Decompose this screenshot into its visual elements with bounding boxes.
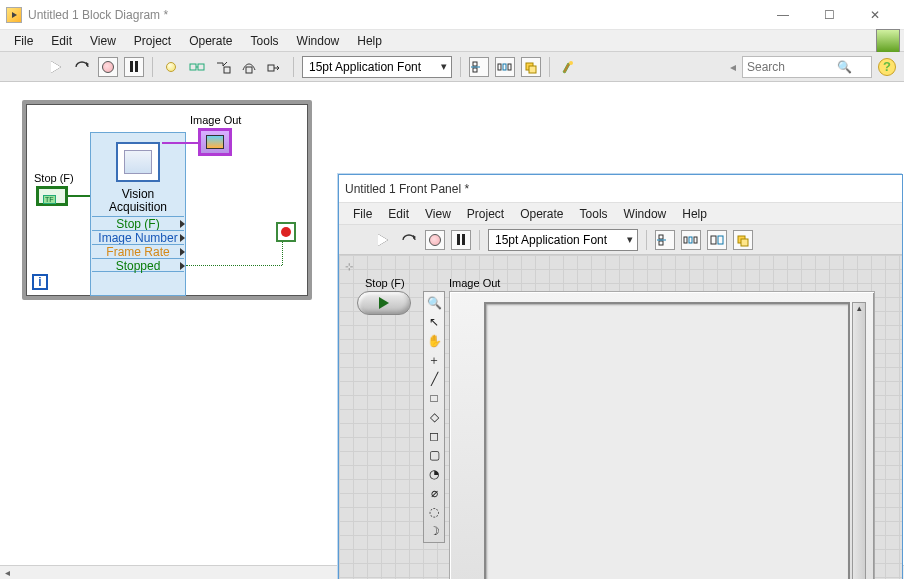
fp-menu-project[interactable]: Project bbox=[459, 205, 512, 223]
image-vertical-scrollbar[interactable]: ▴▾ bbox=[852, 302, 866, 579]
tool-pan-icon[interactable]: ✋ bbox=[425, 332, 443, 350]
stop-control-label: Stop (F) bbox=[34, 172, 74, 184]
fp-stop-button[interactable] bbox=[357, 291, 411, 315]
svg-rect-22 bbox=[718, 236, 723, 244]
tool-rectangle-icon[interactable]: □ bbox=[425, 389, 443, 407]
search-input[interactable] bbox=[747, 60, 837, 74]
tool-line-icon[interactable]: ╱ bbox=[425, 370, 443, 388]
tool-rotated-rect-icon[interactable]: ◇ bbox=[425, 408, 443, 426]
svg-point-14 bbox=[569, 61, 573, 65]
fp-client-area[interactable]: ⊹ Stop (F) Image Out 🔍 ↖ ✋ ＋ ╱ □ ◇ ◻ ▢ ◔… bbox=[339, 255, 902, 579]
fp-menu-view[interactable]: View bbox=[417, 205, 459, 223]
svg-rect-24 bbox=[741, 239, 748, 246]
svg-rect-1 bbox=[198, 64, 204, 70]
image-canvas[interactable] bbox=[484, 302, 850, 579]
font-selector[interactable]: 15pt Application Font bbox=[302, 56, 452, 78]
fp-distribute-button[interactable] bbox=[681, 230, 701, 250]
highlight-execution-button[interactable] bbox=[161, 57, 181, 77]
step-out-button[interactable] bbox=[265, 57, 285, 77]
fp-menu-window[interactable]: Window bbox=[616, 205, 675, 223]
wire-stop-to-vi[interactable] bbox=[68, 195, 90, 197]
vi-icon-corner[interactable] bbox=[876, 29, 900, 53]
fp-menu-help[interactable]: Help bbox=[674, 205, 715, 223]
image-display-indicator[interactable]: ▴▾ ◂▸ bbox=[449, 291, 875, 579]
menu-help[interactable]: Help bbox=[349, 32, 390, 50]
svg-rect-7 bbox=[473, 68, 477, 72]
tool-polygon-icon[interactable]: ▢ bbox=[425, 446, 443, 464]
menu-file[interactable]: File bbox=[6, 32, 41, 50]
fp-menubar: File Edit View Project Operate Tools Win… bbox=[339, 203, 902, 225]
fp-run-button[interactable] bbox=[373, 230, 393, 250]
fp-menu-operate[interactable]: Operate bbox=[512, 205, 571, 223]
wire-vi-to-imageout[interactable] bbox=[162, 142, 198, 144]
svg-rect-13 bbox=[529, 66, 536, 73]
pause-button[interactable] bbox=[124, 57, 144, 77]
fp-run-continuous-button[interactable] bbox=[399, 230, 419, 250]
step-into-button[interactable] bbox=[213, 57, 233, 77]
search-box[interactable]: 🔍 bbox=[742, 56, 872, 78]
menu-edit[interactable]: Edit bbox=[43, 32, 80, 50]
labview-app-icon bbox=[6, 7, 22, 23]
wire-stopped-to-condition-h[interactable] bbox=[186, 265, 282, 266]
fp-menu-edit[interactable]: Edit bbox=[380, 205, 417, 223]
fp-font-selector[interactable]: 15pt Application Font bbox=[488, 229, 638, 251]
vi-terminal-stopped[interactable]: Stopped bbox=[92, 258, 184, 272]
fp-pause-button[interactable] bbox=[451, 230, 471, 250]
cleanup-diagram-button[interactable] bbox=[558, 57, 578, 77]
tool-freehand-icon[interactable]: ◔ bbox=[425, 465, 443, 483]
block-diagram-client[interactable]: Image Out Stop (F) TF VisionAcquisition … bbox=[0, 82, 904, 565]
context-help-button[interactable]: ? bbox=[878, 58, 896, 76]
fp-image-out-label: Image Out bbox=[449, 277, 500, 289]
menu-operate[interactable]: Operate bbox=[181, 32, 240, 50]
fp-menu-tools[interactable]: Tools bbox=[572, 205, 616, 223]
main-toolbar: 15pt Application Font ◂ 🔍 ? bbox=[0, 52, 904, 82]
fp-abort-button[interactable] bbox=[425, 230, 445, 250]
align-objects-button[interactable] bbox=[469, 57, 489, 77]
menu-tools[interactable]: Tools bbox=[243, 32, 287, 50]
vision-acquisition-vi-name: VisionAcquisition bbox=[94, 188, 182, 214]
tool-oval-icon[interactable]: ◻ bbox=[425, 427, 443, 445]
run-button[interactable] bbox=[46, 57, 66, 77]
tool-pointer-icon[interactable]: ↖ bbox=[425, 313, 443, 331]
distribute-objects-button[interactable] bbox=[495, 57, 515, 77]
svg-rect-3 bbox=[224, 67, 230, 73]
tf-datatype-badge: TF bbox=[43, 195, 56, 204]
loop-iteration-terminal[interactable]: i bbox=[32, 274, 48, 290]
tool-point-icon[interactable]: ＋ bbox=[425, 351, 443, 369]
menu-view[interactable]: View bbox=[82, 32, 124, 50]
vi-terminal-frame-rate[interactable]: Frame Rate bbox=[92, 244, 184, 258]
vision-acquisition-vi-icon[interactable] bbox=[116, 142, 160, 182]
maximize-button[interactable]: ☐ bbox=[806, 0, 852, 30]
run-continuous-button[interactable] bbox=[72, 57, 92, 77]
image-out-indicator-terminal[interactable] bbox=[198, 128, 232, 156]
retain-wire-values-button[interactable] bbox=[187, 57, 207, 77]
svg-rect-21 bbox=[711, 236, 716, 244]
vi-terminal-image-number[interactable]: Image Number bbox=[92, 230, 184, 244]
main-menubar: File Edit View Project Operate Tools Win… bbox=[0, 30, 904, 52]
loop-condition-terminal[interactable] bbox=[276, 222, 296, 242]
while-loop-structure[interactable]: Image Out Stop (F) TF VisionAcquisition … bbox=[22, 100, 312, 300]
close-button[interactable]: ✕ bbox=[852, 0, 898, 30]
tool-arc-icon[interactable]: ☽ bbox=[425, 522, 443, 540]
menu-project[interactable]: Project bbox=[126, 32, 179, 50]
svg-rect-16 bbox=[659, 241, 663, 245]
menu-window[interactable]: Window bbox=[289, 32, 348, 50]
reorder-button[interactable] bbox=[521, 57, 541, 77]
tool-circle-icon[interactable]: ◌ bbox=[425, 503, 443, 521]
svg-rect-6 bbox=[473, 62, 477, 66]
tool-zoom-icon[interactable]: 🔍 bbox=[425, 294, 443, 312]
fp-menu-file[interactable]: File bbox=[345, 205, 380, 223]
tool-annulus-icon[interactable]: ⌀ bbox=[425, 484, 443, 502]
scroll-left-icon[interactable]: ◂ bbox=[0, 566, 14, 579]
minimize-button[interactable]: — bbox=[760, 0, 806, 30]
abort-button[interactable] bbox=[98, 57, 118, 77]
step-over-button[interactable] bbox=[239, 57, 259, 77]
fp-toolbar: 15pt Application Font bbox=[339, 225, 902, 255]
front-panel-window[interactable]: Untitled 1 Front Panel * File Edit View … bbox=[338, 174, 903, 579]
fp-align-button[interactable] bbox=[655, 230, 675, 250]
vi-terminal-stop[interactable]: Stop (F) bbox=[92, 216, 184, 230]
search-icon[interactable]: 🔍 bbox=[837, 60, 852, 74]
fp-reorder-button[interactable] bbox=[733, 230, 753, 250]
fp-resize-button[interactable] bbox=[707, 230, 727, 250]
stop-boolean-terminal[interactable]: TF bbox=[36, 186, 68, 206]
